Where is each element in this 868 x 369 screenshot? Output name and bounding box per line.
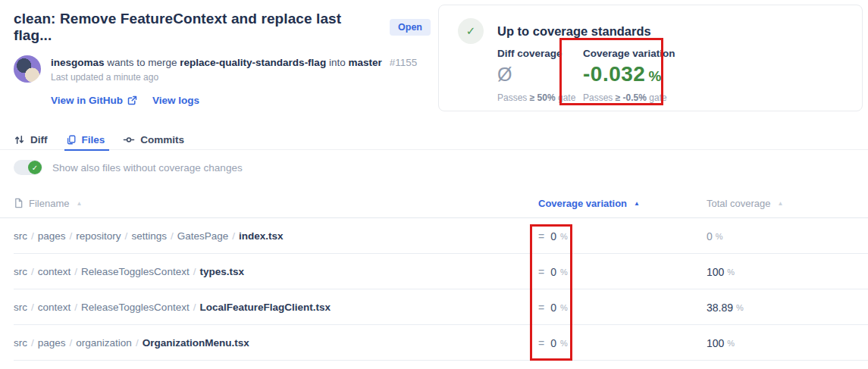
total-coverage-value: 100 xyxy=(707,337,724,349)
total-coverage-value: 100 xyxy=(707,266,724,278)
last-updated: Last updated a minute ago xyxy=(51,72,417,83)
path-separator: / xyxy=(27,266,38,277)
path-segment: src xyxy=(14,266,27,277)
variation-unit: % xyxy=(648,68,661,84)
tab-files[interactable]: Files xyxy=(66,129,105,150)
total-coverage-header-label: Total coverage xyxy=(707,198,771,209)
author-name: inesgomas xyxy=(51,57,105,68)
coverage-variation-cell: = 0 % xyxy=(538,254,568,289)
file-name: index.tsx xyxy=(239,230,284,242)
target-branch: master xyxy=(348,57,381,68)
path-segment: ReleaseTogglesContext xyxy=(81,266,190,277)
coverage-variation-value: -0.032% xyxy=(583,63,689,86)
git-commit-icon xyxy=(123,134,135,145)
coverage-variation-metric: Coverage variation -0.032% Passes ≥ -0.5… xyxy=(583,48,689,103)
path-segment: context xyxy=(38,302,71,313)
path-separator: / xyxy=(228,230,239,242)
variation-equals-sign: = xyxy=(538,337,544,349)
path-separator: / xyxy=(71,302,81,313)
path-segment: src xyxy=(14,230,27,242)
view-logs-label: View logs xyxy=(152,95,199,106)
coverage-variation-cell: = 0 % xyxy=(538,325,568,361)
pr-status-badge: Open xyxy=(390,19,431,36)
tab-commits[interactable]: Commits xyxy=(123,129,184,150)
path-separator: / xyxy=(190,266,200,277)
table-row[interactable]: src/pages/repository/settings/GatesPage/… xyxy=(14,218,868,254)
file-path[interactable]: src/context/ReleaseTogglesContext/types.… xyxy=(14,254,244,289)
table-row[interactable]: src/context/ReleaseTogglesContext/types.… xyxy=(14,254,868,289)
gate-threshold: ≥ -0.5% xyxy=(616,92,647,103)
variation-equals-sign: = xyxy=(538,230,544,242)
path-segment: pages xyxy=(38,230,66,242)
table-body: src/pages/repository/settings/GatesPage/… xyxy=(0,218,868,361)
coverage-variation-header-label: Coverage variation xyxy=(538,198,627,209)
tab-commits-label: Commits xyxy=(140,134,184,145)
path-segment: pages xyxy=(38,337,66,349)
total-coverage-cell: 0 % xyxy=(707,218,723,254)
table-row[interactable]: src/pages/organization/OrganizationMenu.… xyxy=(14,325,868,361)
file-path[interactable]: src/context/ReleaseTogglesContext/LocalF… xyxy=(14,289,331,325)
sort-icon-total-coverage: ▲ xyxy=(778,200,784,207)
source-branch: replace-quality-standards-flag xyxy=(180,57,326,68)
total-coverage-cell: 38.89 % xyxy=(707,289,744,325)
total-coverage-cell: 100 % xyxy=(707,254,735,289)
path-separator: / xyxy=(167,230,177,242)
show-files-toggle[interactable]: ✓ xyxy=(14,160,42,175)
variation-equals-sign: = xyxy=(538,266,544,278)
file-icon xyxy=(14,198,24,208)
tab-diff[interactable]: Diff xyxy=(14,129,48,150)
tab-diff-label: Diff xyxy=(30,134,48,145)
coverage-standards-card: ✓ Up to coverage standards Diff coverage… xyxy=(438,5,863,111)
column-header-filename[interactable]: Filename ▲ xyxy=(14,188,82,218)
variation-value: 0 xyxy=(550,337,556,349)
path-separator: / xyxy=(27,302,38,313)
byline-into: into xyxy=(326,57,348,68)
gate-threshold: ≥ 50% xyxy=(530,92,556,103)
file-path[interactable]: src/pages/organization/OrganizationMenu.… xyxy=(14,325,249,361)
path-segment: repository xyxy=(76,230,121,242)
coverage-status-title: Up to coverage standards xyxy=(497,24,651,39)
variation-percent-sign: % xyxy=(560,267,568,277)
pr-byline: inesgomas wants to merge replace-quality… xyxy=(51,55,417,70)
pr-number: #1155 xyxy=(390,57,418,68)
pr-title: clean: Remove FeatureContext and replace… xyxy=(14,11,378,44)
path-separator: / xyxy=(66,337,77,349)
total-coverage-cell: 100 % xyxy=(707,325,735,361)
total-coverage-percent-sign: % xyxy=(716,232,723,241)
total-coverage-percent-sign: % xyxy=(727,267,735,277)
path-separator: / xyxy=(71,266,81,277)
git-compare-icon xyxy=(14,134,25,145)
column-header-coverage-variation[interactable]: Coverage variation ▲ xyxy=(538,188,640,218)
diff-coverage-gate: Passes ≥ 50% gate xyxy=(497,92,581,103)
path-separator: / xyxy=(190,302,200,313)
path-segment: src xyxy=(14,337,27,349)
files-table: Filename ▲ Coverage variation ▲ Total co… xyxy=(0,188,868,361)
path-separator: / xyxy=(27,230,38,242)
variation-value: 0 xyxy=(550,230,556,242)
coverage-report-page: clean: Remove FeatureContext and replace… xyxy=(0,0,868,369)
column-header-total-coverage[interactable]: Total coverage ▲ xyxy=(707,188,783,218)
variation-percent-sign: % xyxy=(560,232,568,241)
coverage-filter-toggle-row: ✓ Show also files without coverage chang… xyxy=(14,160,243,175)
table-row[interactable]: src/context/ReleaseTogglesContext/LocalF… xyxy=(14,289,868,325)
total-coverage-value: 38.89 xyxy=(707,302,733,314)
byline-action: wants to merge xyxy=(105,57,180,68)
coverage-variation-gate: Passes ≥ -0.5% gate xyxy=(583,92,689,103)
path-segment: settings xyxy=(131,230,167,242)
view-logs-link[interactable]: View logs xyxy=(152,95,199,106)
file-path[interactable]: src/pages/repository/settings/GatesPage/… xyxy=(14,218,284,254)
coverage-variation-cell: = 0 % xyxy=(538,289,568,325)
toggle-label: Show also files without coverage changes xyxy=(52,162,243,174)
check-circle-icon: ✓ xyxy=(458,18,484,44)
file-name: OrganizationMenu.tsx xyxy=(143,337,249,349)
diff-coverage-label: Diff coverage xyxy=(497,48,581,59)
sort-icon-filename: ▲ xyxy=(76,200,82,207)
view-in-github-link[interactable]: View in GitHub xyxy=(51,95,137,106)
path-segment: src xyxy=(14,302,27,313)
tab-files-label: Files xyxy=(82,134,105,145)
path-separator: / xyxy=(121,230,132,242)
path-separator: / xyxy=(132,337,143,349)
gate-prefix: Passes xyxy=(497,92,530,103)
path-segment: ReleaseTogglesContext xyxy=(81,302,190,313)
avatar xyxy=(14,55,41,83)
